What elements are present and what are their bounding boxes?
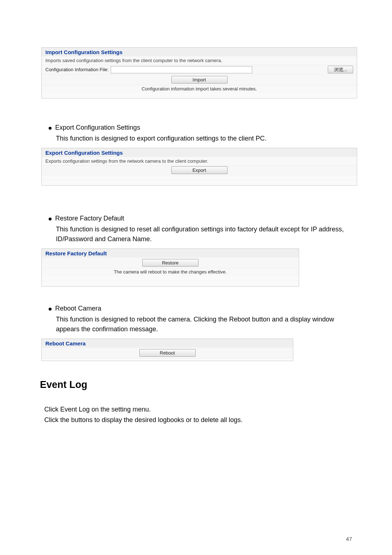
- event-log-para2: Click the buttons to display the desired…: [44, 415, 352, 425]
- export-config-panel: Export Configuration Settings Exports co…: [41, 148, 357, 186]
- import-config-desc: Imports saved configuration settings fro…: [42, 56, 357, 65]
- spacer-row: [42, 93, 357, 98]
- bullet-icon: [49, 127, 52, 130]
- restore-info-text: The camera will reboot to make the chang…: [42, 268, 299, 276]
- import-button-row: Import: [42, 74, 357, 85]
- export-bullet-section: Export Configuration Settings: [49, 124, 352, 131]
- export-button-row: Export: [42, 166, 357, 175]
- restore-button-row: Restore: [42, 258, 299, 268]
- bullet-icon: [49, 218, 52, 220]
- spacer-row: [42, 175, 357, 180]
- restore-panel-title: Restore Factory Default: [42, 249, 299, 258]
- import-button[interactable]: Import: [171, 76, 228, 84]
- bullet-icon: [49, 308, 52, 311]
- reboot-bullet-title: Reboot Camera: [55, 305, 101, 312]
- export-config-desc: Exports configuration settings from the …: [42, 157, 357, 166]
- spacer-row: [42, 276, 299, 281]
- restore-panel: Restore Factory Default Restore The came…: [41, 248, 299, 287]
- config-file-label: Configuration Information File:: [45, 67, 109, 72]
- reboot-button-row: Reboot: [42, 348, 293, 358]
- browse-button[interactable]: 浏览...: [328, 66, 353, 73]
- config-file-input[interactable]: [111, 66, 252, 73]
- export-button[interactable]: Export: [171, 166, 228, 174]
- import-config-panel: Import Configuration Settings Imports sa…: [41, 47, 357, 98]
- event-log-heading: Event Log: [40, 379, 352, 390]
- spacer-row: [42, 281, 299, 286]
- reboot-button[interactable]: Reboot: [139, 349, 196, 357]
- reboot-bullet-section: Reboot Camera: [49, 305, 352, 312]
- spacer-row: [42, 358, 293, 361]
- export-bullet-desc: This function is designed to export conf…: [56, 134, 352, 143]
- export-config-title: Export Configuration Settings: [42, 148, 357, 157]
- reboot-bullet-desc: This function is designed to reboot the …: [56, 315, 352, 334]
- restore-bullet-section: Restore Factory Default: [49, 215, 352, 222]
- restore-button[interactable]: Restore: [142, 259, 199, 267]
- event-log-para1: Click Event Log on the setting menu.: [44, 404, 352, 415]
- import-info-text: Configuration information import takes s…: [42, 85, 357, 93]
- reboot-panel-title: Reboot Camera: [42, 339, 293, 348]
- restore-bullet-title: Restore Factory Default: [55, 215, 124, 222]
- import-file-row: Configuration Information File: 浏览...: [42, 65, 357, 74]
- page-number: 47: [346, 536, 352, 542]
- spacer-row: [42, 180, 357, 185]
- restore-bullet-desc: This function is designed to reset all c…: [56, 224, 352, 244]
- import-config-title: Import Configuration Settings: [42, 48, 357, 56]
- reboot-panel: Reboot Camera Reboot: [41, 339, 293, 361]
- export-bullet-title: Export Configuration Settings: [55, 124, 140, 131]
